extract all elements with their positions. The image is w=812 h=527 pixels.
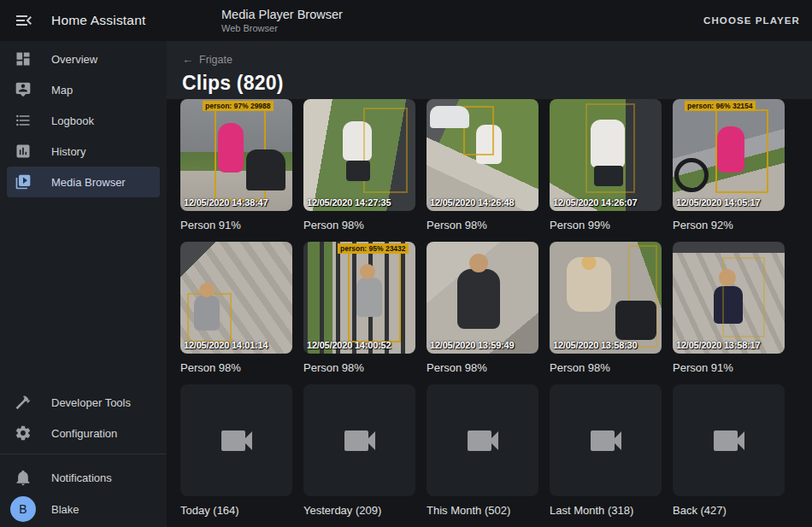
folder-card-this-month[interactable]: This Month (502) — [427, 384, 538, 527]
clip-card[interactable]: person: 96% 32154 12/05/2020 14:05:17 Pe… — [673, 99, 785, 242]
clip-caption: Person 98% — [550, 361, 662, 374]
detection-label: person: 95% 23432 — [338, 243, 409, 254]
breadcrumb-back[interactable]: ← Frigate — [182, 53, 812, 66]
tooltip-account-icon — [14, 80, 32, 99]
menu-toggle-button[interactable] — [14, 10, 34, 31]
folder-thumbnail — [550, 384, 662, 496]
view-dashboard-icon — [14, 50, 32, 68]
sidebar-footer-nav: Developer Tools Configuration — [0, 384, 167, 448]
detection-box — [215, 107, 266, 201]
clip-timestamp: 12/05/2020 13:58:30 — [553, 340, 637, 350]
clip-caption: Person 98% — [180, 361, 292, 374]
page-header-title: Media Player Browser — [221, 8, 343, 21]
sidebar-item-notifications[interactable]: Notifications — [7, 462, 160, 493]
app-title: Home Assistant — [51, 13, 145, 28]
clip-caption: Person 92% — [673, 219, 785, 231]
sidebar-user-profile[interactable]: B Blake — [7, 493, 160, 525]
sidebar-bottom-nav: Notifications — [0, 460, 167, 493]
content-header: ← Frigate Clips (820) — [167, 41, 812, 99]
clip-card[interactable]: person: 97% 29988 12/05/2020 14:38:47 Pe… — [180, 99, 292, 242]
folder-thumbnail — [673, 384, 785, 496]
detection-box — [585, 103, 635, 193]
clip-thumbnail: person: 95% 23432 12/05/2020 14:00:52 — [303, 242, 415, 354]
sidebar-item-label: Configuration — [51, 427, 117, 440]
page-title: Clips (820) — [182, 72, 812, 95]
detection-box — [363, 108, 408, 193]
sidebar-item-label: Overview — [51, 53, 97, 66]
folder-card-yesterday[interactable]: Yesterday (209) — [303, 384, 415, 527]
clip-card[interactable]: 12/05/2020 14:26:48 Person 98% — [427, 99, 538, 242]
back-arrow-icon: ← — [182, 53, 193, 66]
player-title-block: Media Player Browser Web Browser — [221, 8, 343, 33]
folder-label: This Month (502) — [427, 504, 538, 517]
video-camera-icon — [216, 420, 257, 461]
detection-box — [628, 245, 657, 348]
folder-card-back[interactable]: Back (427) — [673, 384, 785, 527]
clips-scroll-area[interactable]: person: 97% 29988 12/05/2020 14:38:47 Pe… — [167, 99, 812, 527]
sidebar-item-label: Map — [51, 84, 73, 97]
video-camera-icon — [339, 420, 380, 461]
top-app-bar: Home Assistant Media Player Browser Web … — [0, 0, 812, 41]
bell-icon — [14, 468, 32, 487]
clip-caption: Person 91% — [180, 219, 292, 231]
clip-caption: Person 98% — [427, 361, 538, 374]
clip-caption: Person 98% — [427, 219, 538, 231]
choose-player-button[interactable]: CHOOSE PLAYER — [703, 15, 800, 26]
clip-thumbnail: 12/05/2020 13:59:49 — [427, 242, 538, 354]
clip-timestamp: 12/05/2020 14:26:48 — [430, 197, 514, 208]
folder-card-last-month[interactable]: Last Month (318) — [550, 384, 662, 527]
clip-thumbnail: 12/05/2020 14:26:07 — [550, 99, 662, 211]
detection-box — [348, 250, 401, 343]
sidebar-item-overview[interactable]: Overview — [7, 44, 160, 74]
sidebar-item-history[interactable]: History — [7, 136, 160, 167]
folder-thumbnail — [427, 384, 538, 496]
detection-box — [187, 293, 232, 343]
clip-card[interactable]: 12/05/2020 13:59:49 Person 98% — [427, 242, 538, 384]
clip-timestamp: 12/05/2020 14:27:35 — [307, 197, 391, 208]
folder-thumbnail — [180, 384, 292, 496]
sidebar: Overview Map Logbook History Media Brows… — [0, 41, 167, 527]
clip-thumbnail: 12/05/2020 14:26:48 — [427, 99, 538, 211]
folder-label: Last Month (318) — [550, 504, 662, 517]
folder-label: Today (164) — [180, 504, 292, 517]
video-camera-icon — [709, 420, 750, 461]
clip-card[interactable]: 12/05/2020 14:01:14 Person 98% — [180, 242, 292, 384]
clip-card[interactable]: 12/05/2020 13:58:17 Person 91% — [673, 242, 785, 384]
sidebar-spacer — [0, 197, 167, 384]
menu-open-icon — [14, 10, 34, 31]
sidebar-item-media-browser[interactable]: Media Browser — [7, 167, 160, 197]
user-name: Blake — [51, 503, 79, 516]
sidebar-item-map[interactable]: Map — [7, 74, 160, 105]
video-camera-icon — [462, 420, 503, 461]
page-header-subtitle: Web Browser — [221, 23, 343, 33]
clip-thumbnail: 12/05/2020 14:01:14 — [180, 242, 292, 354]
home-assistant-app: Home Assistant Media Player Browser Web … — [0, 0, 812, 527]
sidebar-header: Home Assistant — [0, 10, 167, 31]
folder-card-today[interactable]: Today (164) — [180, 384, 292, 527]
sidebar-item-configuration[interactable]: Configuration — [7, 418, 160, 448]
gear-icon — [14, 424, 32, 442]
video-camera-icon — [585, 420, 627, 461]
main-content: ← Frigate Clips (820) person: 97% 29988 … — [167, 41, 812, 527]
clip-thumbnail: 12/05/2020 13:58:30 — [550, 242, 662, 354]
avatar: B — [10, 496, 36, 522]
clip-caption: Person 98% — [303, 361, 415, 374]
detection-box — [463, 106, 494, 155]
play-box-multiple-icon — [14, 173, 32, 191]
hammer-icon — [14, 393, 32, 412]
sidebar-item-developer-tools[interactable]: Developer Tools — [7, 387, 160, 418]
sidebar-item-label: Media Browser — [51, 176, 126, 189]
sidebar-item-label: Notifications — [51, 471, 112, 484]
chart-box-icon — [14, 142, 32, 161]
clip-card[interactable]: 12/05/2020 14:27:35 Person 98% — [303, 99, 415, 242]
detection-box — [722, 257, 765, 337]
clip-card[interactable]: 12/05/2020 13:58:30 Person 98% — [550, 242, 662, 384]
detection-box — [715, 109, 768, 193]
sidebar-item-label: History — [51, 145, 85, 158]
clip-timestamp: 12/05/2020 14:05:17 — [676, 197, 760, 208]
sidebar-item-label: Logbook — [51, 114, 94, 127]
clip-card[interactable]: person: 95% 23432 12/05/2020 14:00:52 Pe… — [303, 242, 415, 384]
clip-thumbnail: 12/05/2020 13:58:17 — [673, 242, 785, 354]
clip-card[interactable]: 12/05/2020 14:26:07 Person 99% — [550, 99, 662, 242]
sidebar-item-logbook[interactable]: Logbook — [7, 105, 160, 136]
